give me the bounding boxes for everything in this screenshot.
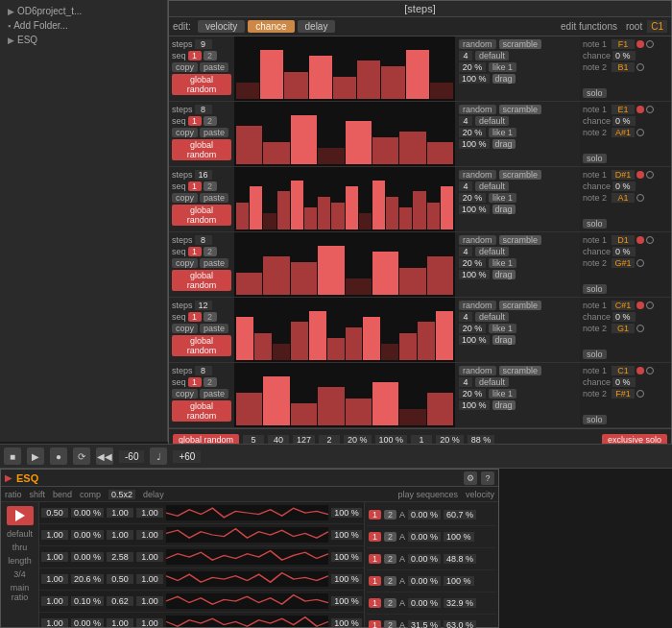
esq-comp-1[interactable]: 1.00 [136,530,163,540]
browser-item-add-folder[interactable]: ▪ Add Folder... [4,18,163,33]
esq-vel-pct-4[interactable]: 32.9 % [444,598,476,608]
like1-btn-4[interactable]: like 1 [489,324,516,333]
drag-btn-5[interactable]: drag [492,400,516,410]
copy-btn-0[interactable]: copy [172,62,198,72]
esq-seq1-btn-5[interactable]: 1 [369,620,381,628]
browser-item-od6[interactable]: ▶ OD6project_t... [4,4,163,18]
viz-bar-0-3[interactable] [309,56,332,99]
viz-bar-2-15[interactable] [441,186,453,229]
esq-seq2-btn-0[interactable]: 2 [384,510,396,519]
viz-bar-2-12[interactable] [399,207,412,229]
esq-seq1-btn-1[interactable]: 1 [369,532,381,542]
like1-btn-1[interactable]: like 1 [489,128,516,137]
viz-bar-4-11[interactable] [436,311,453,360]
viz-bar-5-5[interactable] [372,382,398,425]
paste-btn-3[interactable]: paste [200,258,228,268]
viz-bar-4-0[interactable] [236,317,253,360]
esq-vel-pct-5[interactable]: 63.0 % [444,620,476,628]
esq-play-button[interactable] [7,506,34,525]
note1-name-3[interactable]: D1 [612,235,635,245]
copy-btn-4[interactable]: copy [172,324,198,333]
viz-bar-4-6[interactable] [346,327,363,360]
esq-seq-pct-3[interactable]: 0.00 % [408,576,441,586]
viz-bar-4-4[interactable] [309,311,326,360]
esq-bend-5[interactable]: 1.00 [107,618,133,627]
random-btn-4[interactable]: random [459,301,496,310]
random-btn-5[interactable]: random [459,366,496,375]
seq-btn-1-5[interactable]: 1 [188,377,202,387]
scramble-btn-1[interactable]: scramble [499,105,542,114]
note2-name-0[interactable]: B1 [612,62,635,72]
esq-seq-pct-0[interactable]: 0.00 % [408,510,441,519]
scramble-btn-3[interactable]: scramble [499,235,542,245]
esq-ratio-1[interactable]: 1.00 [41,530,68,540]
note1-name-1[interactable]: E1 [612,105,635,114]
note2-name-4[interactable]: G1 [612,324,635,333]
chance-val-4[interactable]: 0 % [612,312,636,322]
viz-bar-0-2[interactable] [284,72,307,99]
esq-seq2-btn-1[interactable]: 2 [384,532,396,542]
root-value[interactable]: C1 [647,20,667,33]
scramble-btn-4[interactable]: scramble [499,301,542,310]
pct2-val-3[interactable]: 100 % [459,270,490,279]
num-val-0[interactable]: 4 [459,51,472,60]
esq-delay-pct-3[interactable]: 100 % [331,574,362,584]
viz-bar-2-14[interactable] [427,203,440,229]
steps-val-2[interactable]: 16 [195,170,212,180]
like1-btn-2[interactable]: like 1 [489,193,516,203]
pct1-val-4[interactable]: 20 % [459,324,486,333]
esq-vel-pct-3[interactable]: 100 % [444,576,474,586]
seq-btn-2-5[interactable]: 2 [204,377,217,387]
esq-delay-pct-1[interactable]: 100 % [331,530,362,540]
viz-bar-2-3[interactable] [277,191,290,229]
viz-bar-1-4[interactable] [346,121,372,164]
pct1-val-1[interactable]: 20 % [459,128,486,137]
viz-bar-2-1[interactable] [250,186,262,229]
viz-bar-3-7[interactable] [427,256,453,295]
copy-btn-2[interactable]: copy [172,193,198,203]
viz-bar-2-10[interactable] [372,181,385,229]
esq-seq1-btn-0[interactable]: 1 [369,510,381,519]
drag-btn-3[interactable]: drag [492,270,516,279]
num-val-4[interactable]: 4 [459,312,472,322]
note1-name-0[interactable]: F1 [612,39,635,49]
stop-button[interactable]: ■ [4,447,21,465]
viz-bar-4-10[interactable] [418,322,435,360]
viz-bar-3-4[interactable] [346,278,372,295]
esq-seq1-btn-3[interactable]: 1 [369,576,381,586]
drag-btn-4[interactable]: drag [492,335,516,345]
esq-vel-pct-2[interactable]: 48.8 % [444,554,476,564]
solo-btn-1[interactable]: solo [583,154,607,163]
note2-name-5[interactable]: F#1 [612,389,635,399]
viz-bar-3-5[interactable] [372,252,398,295]
esq-comp-5[interactable]: 1.00 [136,618,163,627]
esq-seq-pct-2[interactable]: 0.00 % [408,554,441,564]
viz-bar-5-2[interactable] [291,403,317,425]
tab-delay[interactable]: delay [298,20,336,33]
viz-bar-1-1[interactable] [263,142,289,164]
chance-val-0[interactable]: 0 % [612,51,636,60]
default-btn-5[interactable]: default [475,377,509,387]
esq-ratio-2[interactable]: 1.00 [41,552,68,562]
viz-bar-2-4[interactable] [291,181,303,229]
pct1-val-3[interactable]: 20 % [459,258,486,268]
solo-btn-5[interactable]: solo [583,415,607,424]
esq-delay-pct-5[interactable]: 100 % [331,618,362,627]
note1-name-5[interactable]: C1 [612,366,635,375]
metro-button[interactable]: ♩ [150,447,167,465]
esq-seq2-btn-3[interactable]: 2 [384,576,396,586]
viz-bar-1-5[interactable] [372,137,398,164]
esq-shift-1[interactable]: 0.00 % [71,530,104,540]
viz-bar-1-2[interactable] [291,115,317,164]
chance-val-2[interactable]: 0 % [612,181,636,191]
copy-btn-3[interactable]: copy [172,258,198,268]
seq-btn-1-2[interactable]: 1 [188,181,202,191]
viz-bar-4-2[interactable] [273,344,290,360]
steps-val-0[interactable]: 9 [195,39,212,49]
seq-btn-2-4[interactable]: 2 [204,312,217,322]
viz-bar-1-3[interactable] [318,148,344,164]
solo-btn-0[interactable]: solo [583,88,607,98]
steps-val-3[interactable]: 8 [195,235,212,245]
esq-seq1-btn-4[interactable]: 1 [369,598,381,608]
record-button[interactable]: ● [50,447,67,465]
